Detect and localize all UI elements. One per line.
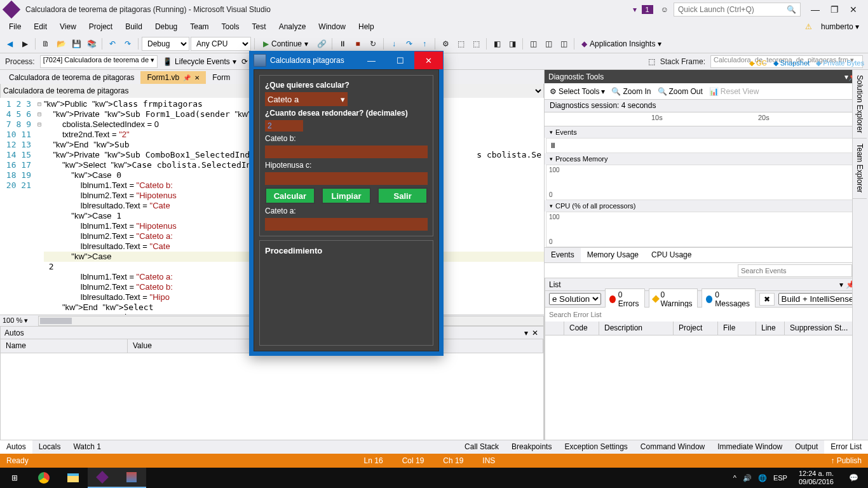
tb-icon-1[interactable]: ⚙ [438,37,452,51]
app-titlebar[interactable]: Calculadora pitagoras — ☐ ✕ [250,51,443,69]
minimize-button[interactable]: — [806,4,825,15]
lifecycle-events-button[interactable]: 📱 Lifecycle Events ▾ [163,57,236,66]
system-tray[interactable]: ^ 🔊 🌐 ESP [727,474,794,482]
tab-autos[interactable]: Autos [0,440,32,454]
tab-locals[interactable]: Locals [32,440,67,454]
error-list-body[interactable] [545,336,867,449]
taskbar-vs[interactable] [88,468,117,488]
tab-error-list[interactable]: Error List [824,440,868,454]
redo-button[interactable]: ↷ [121,37,135,51]
undo-button[interactable]: ↶ [105,37,119,51]
menu-team[interactable]: Team [184,20,215,34]
user-menu[interactable]: humberto ▾ [815,20,865,34]
tab-output[interactable]: Output [789,440,824,454]
start-button[interactable]: ⊞ [0,468,29,488]
save-all-button[interactable]: 📚 [85,37,98,51]
app-close-button[interactable]: ✕ [414,51,443,69]
tb-icon-6[interactable]: ◫ [526,37,540,51]
taskbar-app[interactable] [117,468,146,488]
tab-form-designer[interactable]: Form [206,71,236,84]
stop-button[interactable]: ■ [351,37,365,51]
save-button[interactable]: 💾 [69,37,83,51]
tb-icon-8[interactable]: ◫ [557,37,571,51]
tb-icon-4[interactable]: ◧ [490,37,504,51]
tab-form1[interactable]: Form1.vb 📌 ✕ [140,71,206,84]
errors-filter[interactable]: 0 Errors [605,288,645,310]
tab-cpu-usage[interactable]: CPU Usage [645,248,698,262]
zoom-out-button[interactable]: 🔍 Zoom Out [658,87,703,96]
events-graph[interactable]: ⏸ [546,138,867,153]
nav-fwd-button[interactable]: ▶ [18,37,32,51]
threads-icon[interactable]: ⬚ [648,57,655,66]
app-minimize-button[interactable]: — [357,51,386,69]
dropdown-icon[interactable]: ▾ [522,329,531,337]
error-search-input[interactable] [545,308,867,322]
continue-button[interactable]: ▶Continue ▾ [258,37,313,51]
tab-watch1[interactable]: Watch 1 [67,440,107,454]
menu-edit[interactable]: Edit [27,20,53,34]
pitagoras-window[interactable]: Calculadora pitagoras — ☐ ✕ ¿Que quieres… [249,51,444,356]
autos-body[interactable] [1,353,543,449]
select-tools-button[interactable]: ⚙ Select Tools ▾ [550,87,605,96]
cpu-graph-title[interactable]: CPU (% of all processors) [545,200,868,212]
pin-icon[interactable]: 📌 [183,74,191,81]
process-dropdown[interactable]: [7024] Calculadora de teorema de ▾ [40,55,158,68]
tb-icon-3[interactable]: ⬚ [469,37,483,51]
tb-icon-2[interactable]: ⬚ [454,37,468,51]
tray-network-icon[interactable]: 🌐 [758,474,767,482]
tab-memory-usage[interactable]: Memory Usage [581,248,645,262]
memory-graph[interactable]: 100 100 0 0 [546,165,867,200]
warnings-filter[interactable]: 0 Warnings [649,288,698,310]
taskbar-explorer[interactable] [58,468,88,488]
close-icon[interactable]: ✕ [194,74,200,81]
taskbar-chrome[interactable] [29,468,58,488]
tab-project[interactable]: Calculadora de teorema de pitagoras [3,71,140,84]
tab-exception-settings[interactable]: Exception Settings [558,440,634,454]
browser-link-button[interactable]: 🔗 [315,37,329,51]
hipotenusa-input[interactable] [265,172,428,185]
messages-filter[interactable]: 0 Messages [702,288,756,310]
tray-lang[interactable]: ESP [773,474,787,482]
nav-class-dropdown[interactable]: Calculadora de teorema de pitagoras [0,84,272,98]
tab-events[interactable]: Events [545,248,581,262]
menu-build[interactable]: Build [119,20,149,34]
calcular-button[interactable]: Calcular [265,187,315,204]
cpu-graph[interactable]: 100 100 0 0 [546,212,867,247]
pause-icon[interactable]: ⏸ [549,141,557,150]
reset-view-button[interactable]: 📊 Reset View [709,87,759,96]
clear-filter[interactable]: ✖ [759,293,775,306]
step-over-button[interactable]: ↷ [402,37,416,51]
pause-button[interactable]: ⏸ [336,37,349,51]
col-name[interactable]: Name [1,339,128,353]
col-code[interactable]: Code [564,322,599,335]
menu-test[interactable]: Test [246,20,273,34]
step-out-button[interactable]: ↑ [417,37,431,51]
restart-button[interactable]: ↻ [366,37,380,51]
tab-breakpoints[interactable]: Breakpoints [505,440,558,454]
menu-tools[interactable]: Tools [215,20,246,34]
menu-project[interactable]: Project [83,20,119,34]
diag-search-input[interactable] [738,264,852,277]
menu-analyze[interactable]: Analyze [273,20,313,34]
nav-back-button[interactable]: ◀ [3,37,17,51]
taskbar-clock[interactable]: 12:24 a. m. 09/06/2016 [794,470,839,486]
solution-explorer-tab[interactable]: Solution Explorer [853,70,867,139]
tray-up-icon[interactable]: ^ [733,474,736,482]
fold-column[interactable]: ⊟ ⊟ ⊟ [35,98,44,315]
col-description[interactable]: Description [599,322,674,335]
publish-button[interactable]: ↑ Publish [831,456,862,465]
calcular-dropdown[interactable]: Cateto a▾ [265,92,348,106]
config-dropdown[interactable]: Debug [142,37,189,51]
diagnostic-tools-header[interactable]: Diagnostic Tools ▾ 📌 ✕ [545,70,868,83]
team-explorer-tab[interactable]: Team Explorer [853,139,867,198]
tab-command-window[interactable]: Command Window [634,440,711,454]
flag-icon[interactable]: ▾ [633,5,637,14]
tray-volume-icon[interactable]: 🔊 [743,474,752,482]
taskbar-notifications[interactable]: 💬 [839,468,868,488]
tb-icon-7[interactable]: ◫ [541,37,555,51]
quick-launch-input[interactable]: Quick Launch (Ctrl+Q) 🔍 [674,3,801,17]
memory-graph-title[interactable]: Process Memory GC Snapshot Private Bytes [545,153,868,165]
dropdown-icon[interactable]: ▾ [837,280,846,289]
zoom-in-button[interactable]: 🔍 Zoom In [611,87,651,96]
limpiar-button[interactable]: Limpiar [322,187,372,204]
